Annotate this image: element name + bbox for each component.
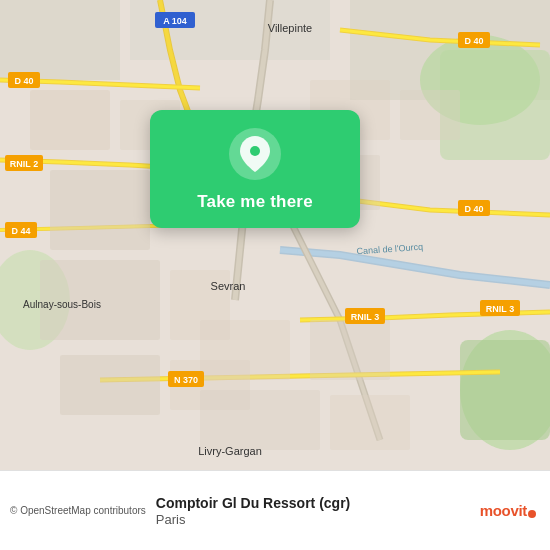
svg-text:RNIL 3: RNIL 3: [486, 304, 514, 314]
svg-text:D 44: D 44: [11, 226, 30, 236]
svg-text:Livry-Gargan: Livry-Gargan: [198, 445, 262, 457]
osm-attribution: © OpenStreetMap contributors: [10, 505, 146, 516]
svg-text:A 104: A 104: [163, 16, 187, 26]
pin-icon-wrapper: [229, 128, 281, 180]
bottom-bar: © OpenStreetMap contributors Comptoir Gl…: [0, 470, 550, 550]
svg-text:Sevran: Sevran: [211, 280, 246, 292]
action-card[interactable]: Take me there: [150, 110, 360, 228]
svg-text:RNIL 2: RNIL 2: [10, 159, 38, 169]
location-city: Paris: [156, 512, 186, 527]
svg-rect-8: [460, 340, 550, 440]
svg-rect-23: [330, 395, 410, 450]
svg-rect-15: [60, 355, 160, 415]
svg-rect-21: [200, 320, 290, 380]
take-me-there-button[interactable]: Take me there: [197, 192, 313, 212]
svg-rect-22: [200, 390, 320, 450]
map-background: A 104 D 40 D 40 D 40 RNIL 2 D 44 N 370 R…: [0, 0, 550, 470]
moovit-logo: moovit: [480, 502, 536, 519]
svg-text:Aulnay-sous-Bois: Aulnay-sous-Bois: [23, 299, 101, 310]
svg-rect-18: [400, 90, 460, 140]
moovit-brand-text: moovit: [480, 502, 527, 519]
location-pin-icon: [240, 136, 270, 172]
svg-text:D 40: D 40: [464, 204, 483, 214]
svg-rect-1: [0, 0, 120, 80]
moovit-dot-icon: [528, 510, 536, 518]
map-container: A 104 D 40 D 40 D 40 RNIL 2 D 44 N 370 R…: [0, 0, 550, 470]
svg-text:N 370: N 370: [174, 375, 198, 385]
svg-rect-11: [50, 170, 150, 250]
svg-rect-9: [30, 90, 110, 150]
svg-text:Villepinte: Villepinte: [268, 22, 312, 34]
location-name: Comptoir Gl Du Ressort (cgr): [156, 495, 350, 511]
svg-rect-20: [310, 320, 390, 380]
svg-text:D 40: D 40: [14, 76, 33, 86]
svg-text:D 40: D 40: [464, 36, 483, 46]
location-info: Comptoir Gl Du Ressort (cgr) Paris: [146, 495, 480, 527]
svg-point-47: [250, 146, 260, 156]
svg-text:RNIL 3: RNIL 3: [351, 312, 379, 322]
